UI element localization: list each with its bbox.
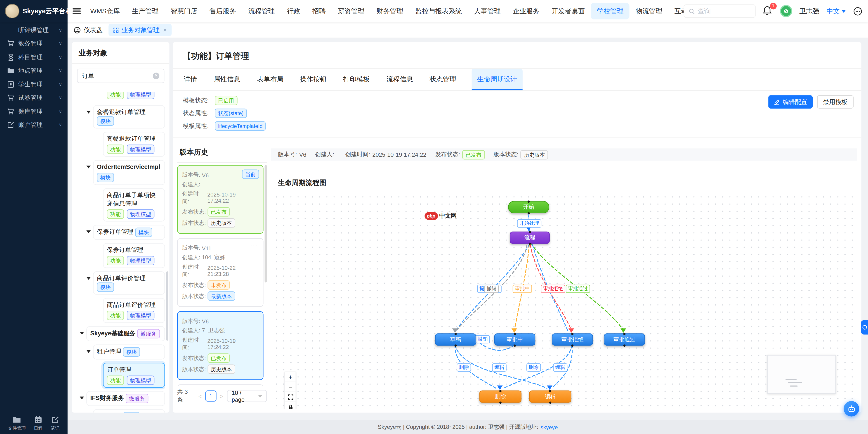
language-switcher[interactable]: 中文 [827, 6, 846, 16]
caret-icon[interactable] [86, 277, 91, 280]
version-list-scrollbar[interactable] [265, 165, 267, 283]
edge-label-revoke[interactable]: 撤销 [475, 335, 490, 344]
edge-label-start-handle[interactable]: 开始处理 [517, 220, 541, 228]
tab-business-object[interactable]: 业务对象管理 × [108, 24, 172, 36]
open-source-link[interactable]: skyeye [540, 424, 558, 430]
avatar[interactable] [780, 5, 792, 17]
feedback-chat-icon[interactable] [853, 6, 863, 16]
edge-label-delete-1[interactable]: 删除 [457, 364, 471, 372]
nav-item-hr[interactable]: 人事管理 [468, 3, 506, 19]
tree-node-func[interactable]: 保养订单管理 功能物理模型 [103, 243, 165, 268]
flow-node-edit[interactable]: 编辑 [529, 390, 571, 403]
tree-node-module[interactable]: 保养订单管理 模块 [93, 225, 165, 240]
caret-icon[interactable] [86, 166, 91, 168]
tab-print-template[interactable]: 打印模板 [342, 69, 371, 90]
edge-label-approving[interactable]: 审批中 [513, 285, 532, 293]
tree-node-func[interactable]: 商品订单子单项快递信息管理 功能物理模型 [103, 189, 165, 222]
sidebar-item-student[interactable]: 学生管理 ∨ [0, 78, 68, 91]
version-card[interactable]: 版本号:V2 创建人:7_卫志强 创建时间:2025-10-19 16:29:2… [177, 384, 264, 386]
edge-label-approved[interactable]: 审批通过 [566, 285, 590, 293]
tree-node-func[interactable]: 商品订单评价管理 功能物理模型 [103, 298, 165, 323]
flow-node-delete[interactable]: 删除 [479, 390, 522, 403]
tab-lifecycle-design[interactable]: 生命周期设计 [472, 69, 523, 90]
tree-node-clipped[interactable]: 功能物理模型 [103, 92, 165, 102]
global-search-input[interactable]: 查询 [684, 4, 755, 18]
notification-bell[interactable]: 1 [763, 5, 773, 17]
page-size-select[interactable]: 10 / page [227, 390, 267, 402]
next-page-button[interactable]: > [220, 393, 223, 399]
caret-icon[interactable] [80, 397, 84, 399]
page-number[interactable]: 1 [206, 390, 216, 402]
tab-attributes[interactable]: 属性信息 [213, 69, 241, 90]
zoom-in-button[interactable]: + [285, 372, 296, 382]
sidebar-item-listen[interactable]: 听评课管理 ∨ [0, 23, 68, 37]
tree-node-module[interactable]: OrderItemServiceImpl 模块 [93, 160, 165, 185]
zoom-out-button[interactable]: − [285, 382, 296, 392]
username[interactable]: 卫志强 [799, 6, 819, 16]
nav-item-devdesk[interactable]: 开发者桌面 [546, 3, 591, 19]
flow-minimap[interactable] [767, 355, 836, 394]
app-logo[interactable]: Skyeye云平台租户 [0, 0, 68, 22]
version-card-current[interactable]: 当前 版本号:V6 创建人: 创建时间:2025-10-19 17:24:22 … [177, 165, 264, 234]
edge-label-delete-2[interactable]: 删除 [526, 364, 541, 372]
edit-config-button[interactable]: 编辑配置 [768, 95, 813, 109]
caret-icon[interactable] [80, 332, 84, 335]
edge-label-rejected[interactable]: 审批拒绝 [541, 285, 565, 293]
flow-node-process[interactable]: 流程 [510, 232, 550, 244]
clear-icon[interactable]: ✕ [153, 73, 159, 79]
flow-node-start[interactable]: 开始 [508, 201, 549, 213]
disable-template-button[interactable]: 禁用模板 [817, 95, 854, 109]
tab-action-buttons[interactable]: 操作按钮 [299, 69, 328, 90]
edge-label-edit-1[interactable]: 编辑 [492, 364, 506, 372]
nav-item-logistics[interactable]: 物流管理 [629, 3, 668, 19]
menu-collapse-icon[interactable] [72, 7, 81, 15]
flow-node-approved[interactable]: 审批通过 [604, 334, 645, 346]
nav-item-wms[interactable]: WMS仓库 [84, 3, 126, 19]
caret-icon[interactable] [86, 230, 91, 233]
caret-icon[interactable] [86, 350, 91, 353]
version-card-selected[interactable]: 版本号:V6 创建人:7_卫志强 创建时间:2025-10-19 17:24:2… [177, 311, 264, 380]
tree-search-input[interactable]: 订单 ✕ [77, 69, 164, 83]
tree-node-module[interactable]: 商品订单评价管理 模块 [93, 271, 165, 295]
tab-workflow-info[interactable]: 流程信息 [385, 69, 414, 90]
tree-node-module[interactable]: 报销订单 模块 [93, 409, 165, 413]
tree-node-module[interactable]: 套餐退款订单管理 模块 [93, 105, 165, 128]
sidebar-item-account[interactable]: 账户管理 ∨ [0, 118, 68, 132]
nav-item-admin[interactable]: 行政 [281, 3, 306, 19]
caret-icon[interactable] [86, 111, 91, 114]
side-widget-tab[interactable] [861, 320, 868, 335]
sidebar-notes[interactable]: 笔记 [51, 416, 59, 432]
nav-item-aftersale[interactable]: 售后服务 [204, 3, 242, 19]
close-icon[interactable]: × [163, 27, 166, 33]
tab-dashboard[interactable]: 仪表盘 [74, 26, 103, 34]
edge-label-revoke-gray[interactable]: 撤销 [485, 285, 499, 293]
more-menu-icon[interactable]: ··· [250, 242, 258, 249]
tab-detail[interactable]: 详情 [183, 69, 198, 90]
sidebar-file-manager[interactable]: 文件管理 [8, 416, 26, 432]
tree-node-order-management-selected[interactable]: 订单管理 功能物理模型 [103, 363, 165, 388]
nav-item-salary[interactable]: 薪资管理 [332, 3, 370, 19]
assistant-button[interactable] [844, 401, 859, 416]
tab-form-layout[interactable]: 表单布局 [256, 69, 284, 90]
nav-item-enterprise[interactable]: 企业服务 [507, 3, 546, 19]
sidebar-item-exam[interactable]: 试卷管理 ∨ [0, 91, 68, 105]
flow-node-rejected[interactable]: 审批拒绝 [552, 334, 593, 346]
sidebar-item-question-bank[interactable]: 题库管理 ∨ [0, 105, 68, 118]
flow-node-approving[interactable]: 审批中 [494, 334, 535, 346]
fit-view-button[interactable] [285, 392, 296, 402]
tree-scrollbar[interactable] [166, 271, 168, 341]
nav-item-school[interactable]: 学校管理 [591, 3, 629, 19]
prev-page-button[interactable]: < [198, 393, 202, 399]
tree-node-module[interactable]: 租户管理 模块 [93, 344, 165, 359]
sidebar-item-academic[interactable]: 教务管理 ∨ [0, 37, 68, 51]
sidebar-item-subject[interactable]: 科目管理 ∨ [0, 51, 68, 64]
tree-node-microservice[interactable]: Skyeye基础服务 微服务 [86, 326, 165, 341]
flow-node-draft[interactable]: 草稿 [435, 334, 476, 346]
nav-item-monitor[interactable]: 监控与报表系统 [409, 3, 468, 19]
sidebar-item-location[interactable]: 地点管理 ∨ [0, 64, 68, 78]
tree-node-func[interactable]: 套餐退款订单管理 功能物理模型 [103, 132, 165, 157]
nav-item-store[interactable]: 智慧门店 [164, 3, 203, 19]
sidebar-schedule[interactable]: 日程 [34, 416, 42, 432]
tree-node-microservice[interactable]: IFS财务服务 微服务 [86, 391, 165, 406]
lock-button[interactable] [285, 402, 296, 409]
